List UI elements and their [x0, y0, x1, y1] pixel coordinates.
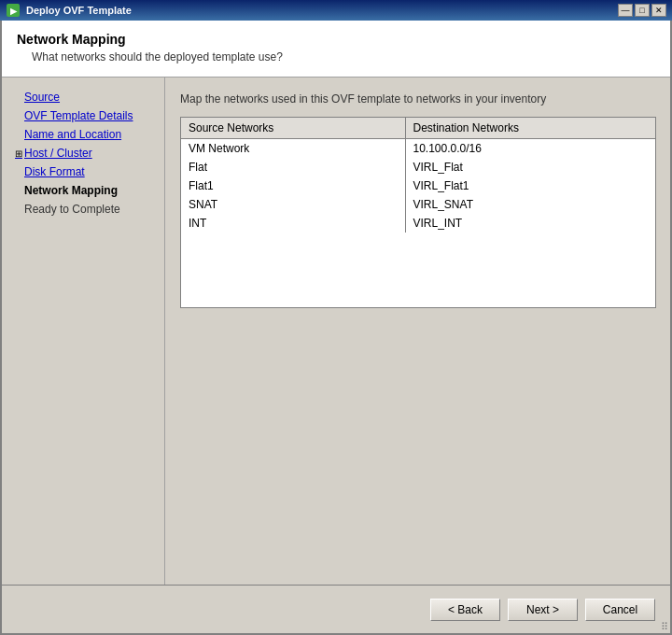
cell-destination-network: VIRL_SNAT — [405, 195, 655, 214]
sidebar: Source OVF Template Details Name and Loc… — [2, 78, 165, 585]
window-controls: — □ ✕ — [618, 4, 666, 17]
window-title: Deploy OVF Template — [26, 5, 132, 16]
cell-destination-network: VIRL_Flat1 — [405, 176, 655, 195]
svg-text:▶: ▶ — [10, 7, 18, 16]
table-row[interactable]: FlatVIRL_Flat — [181, 158, 655, 176]
resize-handle[interactable]: ⠿ — [661, 621, 668, 633]
cancel-button[interactable]: Cancel — [585, 599, 655, 621]
next-button[interactable]: Next > — [508, 599, 578, 621]
sidebar-item-host-cluster[interactable]: ⊞ Host / Cluster — [9, 145, 157, 162]
app-icon: ▶ — [6, 3, 21, 18]
footer: < Back Next > Cancel — [2, 585, 670, 633]
main-window: Network Mapping What networks should the… — [0, 21, 672, 635]
col-destination-networks: Destination Networks — [405, 118, 655, 139]
page-subtitle: What networks should the deployed templa… — [32, 50, 655, 64]
network-table: Source Networks Destination Networks VM … — [181, 118, 655, 233]
main-panel: Map the networks used in this OVF templa… — [165, 78, 670, 585]
cell-source-network: INT — [181, 214, 405, 233]
table-row[interactable]: Flat1VIRL_Flat1 — [181, 176, 655, 195]
sidebar-item-source[interactable]: Source — [9, 89, 157, 106]
sidebar-item-ovf-template-details[interactable]: OVF Template Details — [9, 107, 157, 124]
title-bar: ▶ Deploy OVF Template — □ ✕ — [0, 0, 672, 21]
cell-destination-network: VIRL_Flat — [405, 158, 655, 176]
sidebar-item-ready-to-complete: Ready to Complete — [9, 201, 157, 218]
cell-source-network: SNAT — [181, 195, 405, 214]
back-button[interactable]: < Back — [430, 599, 500, 621]
sidebar-item-disk-format[interactable]: Disk Format — [9, 163, 157, 180]
panel-description: Map the networks used in this OVF templa… — [180, 92, 655, 106]
table-row[interactable]: SNATVIRL_SNAT — [181, 195, 655, 214]
table-row[interactable]: VM Network10.100.0.0/16 — [181, 139, 655, 159]
cell-source-network: Flat — [181, 158, 405, 176]
minimize-button[interactable]: — — [618, 4, 633, 17]
sidebar-item-network-mapping: Network Mapping — [9, 182, 157, 199]
table-spacer — [181, 233, 655, 307]
header-section: Network Mapping What networks should the… — [2, 21, 670, 78]
table-header-row: Source Networks Destination Networks — [181, 118, 655, 139]
content-area: Source OVF Template Details Name and Loc… — [2, 78, 670, 585]
sidebar-item-name-and-location[interactable]: Name and Location — [9, 126, 157, 143]
page-title: Network Mapping — [17, 32, 655, 47]
close-button[interactable]: ✕ — [651, 4, 666, 17]
expand-icon: ⊞ — [15, 148, 22, 159]
maximize-button[interactable]: □ — [635, 4, 650, 17]
table-row[interactable]: INTVIRL_INT — [181, 214, 655, 233]
network-table-container: Source Networks Destination Networks VM … — [180, 117, 656, 308]
cell-source-network: Flat1 — [181, 176, 405, 195]
cell-source-network: VM Network — [181, 139, 405, 159]
cell-destination-network: VIRL_INT — [405, 214, 655, 233]
col-source-networks: Source Networks — [181, 118, 405, 139]
cell-destination-network: 10.100.0.0/16 — [405, 139, 655, 159]
